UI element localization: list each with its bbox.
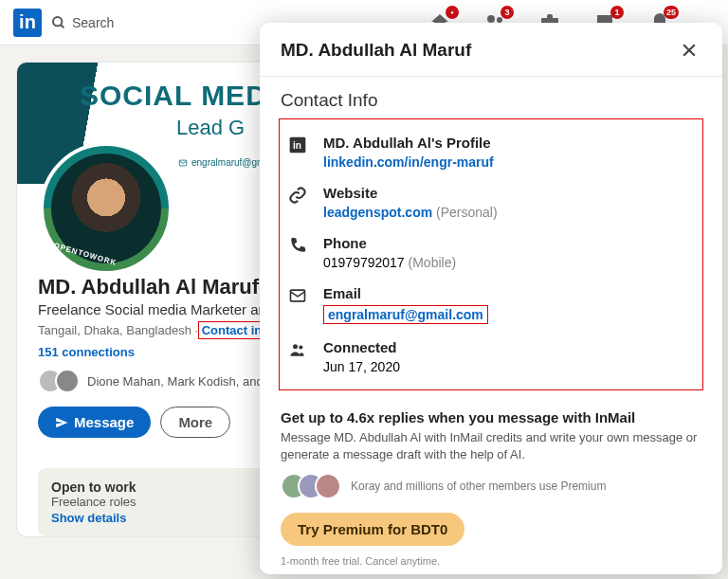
link-icon bbox=[287, 185, 308, 206]
premium-promo: Get up to 4.6x replies when you message … bbox=[260, 392, 722, 574]
premium-title: Get up to 4.6x replies when you message … bbox=[281, 409, 701, 425]
network-badge: 3 bbox=[500, 6, 514, 19]
phone-hint: (Mobile) bbox=[409, 255, 457, 270]
search-icon bbox=[51, 15, 66, 30]
contact-row-connected: Connected Jun 17, 2020 bbox=[282, 330, 701, 380]
email-link[interactable]: engralmaruf@gmail.com bbox=[328, 307, 483, 322]
website-hint: (Personal) bbox=[436, 205, 498, 220]
phone-label: Phone bbox=[323, 235, 456, 251]
contact-row-profile: in MD. Abdullah Al's Profile linkedin.co… bbox=[282, 125, 701, 175]
banner-email: engralmaruf@gm bbox=[178, 157, 264, 168]
profile-location: Tangail, Dhaka, Bangladesh bbox=[38, 323, 191, 337]
svg-text:in: in bbox=[293, 140, 301, 151]
otw-subtitle: Freelance roles bbox=[51, 495, 290, 509]
email-icon bbox=[287, 285, 308, 306]
contact-row-phone: Phone 01979792017 (Mobile) bbox=[282, 226, 701, 276]
connected-label: Connected bbox=[323, 339, 400, 355]
profile-avatar[interactable]: #OPENTOWORK bbox=[40, 142, 173, 275]
banner-title: SOCIAL MED bbox=[80, 80, 267, 112]
search-box[interactable]: Search bbox=[51, 15, 114, 30]
svg-line-1 bbox=[61, 25, 64, 27]
svg-point-0 bbox=[53, 17, 62, 26]
premium-footnote: 1-month free trial. Cancel anytime. bbox=[281, 555, 701, 567]
message-button[interactable]: Message bbox=[38, 407, 151, 438]
profile-url-link[interactable]: linkedin.com/in/engr-maruf bbox=[323, 154, 494, 170]
otw-show-details[interactable]: Show details bbox=[51, 511, 290, 525]
website-link[interactable]: leadgenspot.com bbox=[323, 205, 432, 220]
svg-point-2 bbox=[487, 15, 495, 23]
svg-point-12 bbox=[299, 345, 302, 349]
premium-social-proof: Koray and millions of other members use … bbox=[351, 479, 606, 493]
profile-url-label: MD. Abdullah Al's Profile bbox=[323, 135, 494, 151]
contact-row-website: Website leadgenspot.com (Personal) bbox=[282, 175, 701, 226]
premium-avatars bbox=[281, 473, 341, 499]
contact-section-title: Contact Info bbox=[260, 77, 722, 115]
close-button[interactable] bbox=[677, 38, 701, 63]
svg-point-11 bbox=[293, 344, 298, 349]
messaging-badge: 1 bbox=[610, 6, 624, 19]
phone-icon bbox=[287, 235, 308, 256]
website-label: Website bbox=[323, 185, 498, 201]
svg-point-3 bbox=[497, 17, 502, 23]
envelope-icon bbox=[178, 158, 188, 168]
otw-title: Open to work bbox=[51, 479, 290, 495]
send-icon bbox=[55, 416, 68, 429]
more-button[interactable]: More bbox=[160, 407, 230, 438]
mutual-avatars bbox=[38, 369, 80, 393]
notifications-badge: 25 bbox=[664, 6, 679, 19]
banner-subtitle: Lead G bbox=[176, 116, 245, 140]
close-icon bbox=[680, 41, 699, 60]
linkedin-icon: in bbox=[287, 135, 308, 155]
try-premium-button[interactable]: Try Premium for BDT0 bbox=[281, 513, 464, 546]
linkedin-logo[interactable]: in bbox=[13, 9, 42, 37]
connected-date: Jun 17, 2020 bbox=[323, 359, 400, 374]
mutual-text: Dione Mahan, Mark Kodish, and 4 bbox=[87, 374, 274, 389]
search-placeholder: Search bbox=[72, 15, 114, 30]
contact-info-modal: MD. Abdullah Al Maruf Contact Info in MD… bbox=[260, 23, 722, 574]
contact-info-list: in MD. Abdullah Al's Profile linkedin.co… bbox=[279, 118, 703, 390]
premium-subtitle: Message MD. Abdullah Al with InMail cred… bbox=[281, 429, 701, 463]
modal-title: MD. Abdullah Al Maruf bbox=[281, 40, 471, 61]
home-badge: ● bbox=[446, 6, 459, 19]
contact-row-email: Email engralmaruf@gmail.com bbox=[282, 276, 701, 330]
phone-value: 01979792017 bbox=[323, 255, 405, 270]
email-label: Email bbox=[323, 285, 488, 301]
people-icon bbox=[287, 339, 308, 360]
